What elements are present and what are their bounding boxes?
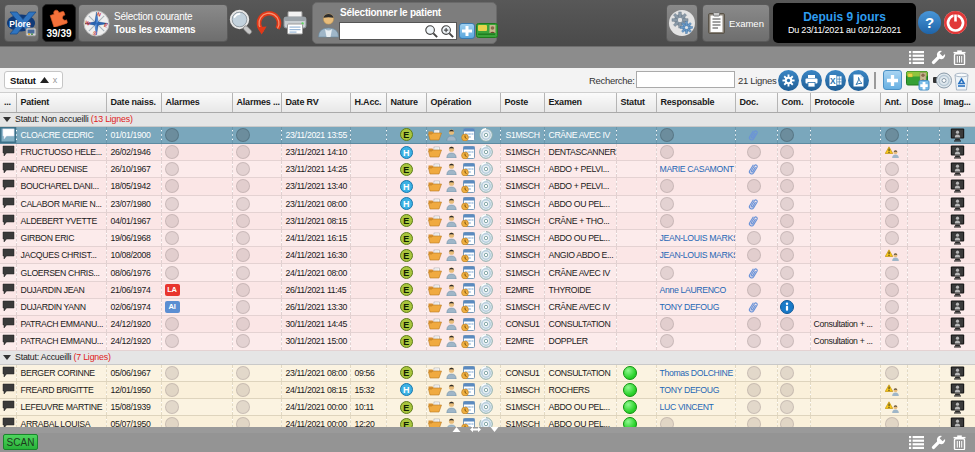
comment-info-button[interactable] xyxy=(780,300,794,314)
document-attachment-button[interactable] xyxy=(747,162,759,176)
burn-cd-button[interactable] xyxy=(479,317,493,331)
chat-cell[interactable] xyxy=(0,126,16,143)
open-folder-button[interactable] xyxy=(428,163,442,175)
patient-search-input[interactable] xyxy=(340,24,424,38)
burn-cd-button[interactable] xyxy=(479,214,493,228)
table-row[interactable]: ALDEBERT YVETTE04/01/196723/11/2021 08:1… xyxy=(0,212,975,229)
table-row[interactable]: FREARD BRIGITTE12/01/195024/11/2021 08:1… xyxy=(0,381,975,398)
schedule-button[interactable] xyxy=(461,249,475,262)
imaging-viewer-button[interactable] xyxy=(950,283,965,297)
open-folder-button[interactable] xyxy=(428,401,442,413)
table-row[interactable]: PATRACH EMMANU...24/12/192030/11/2021 14… xyxy=(0,316,975,333)
patient-record-button[interactable] xyxy=(446,335,457,347)
chat-cell[interactable] xyxy=(0,398,16,415)
imaging-viewer-button[interactable] xyxy=(950,162,965,176)
burn-cd-button[interactable] xyxy=(479,162,493,176)
settings-gears-button[interactable] xyxy=(666,4,698,42)
open-folder-button[interactable] xyxy=(428,418,442,427)
burn-cd-button[interactable] xyxy=(479,266,493,280)
responsable-link[interactable]: JEAN-LOUIS MARKS xyxy=(660,233,736,243)
chat-cell[interactable] xyxy=(0,143,16,160)
print-button[interactable] xyxy=(281,9,309,40)
burn-cd-button[interactable] xyxy=(479,400,493,414)
imaging-viewer-button[interactable] xyxy=(950,383,965,397)
chat-cell[interactable] xyxy=(0,230,16,247)
group-header-row[interactable]: Statut: Accueilli (7 Lignes) xyxy=(0,350,975,364)
imaging-viewer-button[interactable] xyxy=(950,128,965,142)
chat-cell[interactable] xyxy=(0,381,16,398)
patient-record-button[interactable] xyxy=(446,267,457,279)
column-header-opration[interactable]: Opération xyxy=(426,93,500,112)
column-header-hacc[interactable]: H.Acc. xyxy=(350,93,386,112)
imaging-viewer-button[interactable] xyxy=(950,334,965,348)
open-folder-button[interactable] xyxy=(428,267,442,279)
chat-cell[interactable] xyxy=(0,195,16,212)
chat-cell[interactable] xyxy=(0,161,16,178)
responsable-link[interactable]: TONY DEFOUG xyxy=(660,385,720,395)
open-folder-button[interactable] xyxy=(428,301,442,313)
power-off-button[interactable] xyxy=(943,10,968,38)
help-button[interactable]: ? xyxy=(918,11,941,34)
patient-record-button[interactable] xyxy=(446,198,457,210)
responsable-link[interactable]: Thomas DOLCHINE xyxy=(660,368,733,378)
table-row[interactable]: LEFEUVRE MARTINE15/08/193924/11/2021 00:… xyxy=(0,398,975,415)
document-attachment-button[interactable] xyxy=(747,300,759,314)
recycle-bin-button[interactable] xyxy=(953,71,970,94)
responsable-link[interactable]: JEAN-LOUIS MARKS xyxy=(660,250,736,260)
column-header-[interactable]: ... xyxy=(0,93,16,112)
imaging-viewer-button[interactable] xyxy=(950,248,965,262)
table-row[interactable]: FRUCTUOSO HELE...26/02/194623/11/2021 14… xyxy=(0,143,975,160)
schedule-button[interactable] xyxy=(461,214,475,227)
column-header-poste[interactable]: Poste xyxy=(500,93,544,112)
column-header-dose[interactable]: Dose xyxy=(907,93,939,112)
responsable-link[interactable]: TONY DEFOUG xyxy=(660,302,720,312)
imaging-viewer-button[interactable] xyxy=(950,300,965,314)
tools-button-top[interactable] xyxy=(931,50,946,65)
open-folder-button[interactable] xyxy=(428,198,442,210)
patient-search-icon[interactable] xyxy=(424,24,439,39)
chat-cell[interactable] xyxy=(0,333,16,350)
open-folder-button[interactable] xyxy=(428,384,442,396)
patient-record-button[interactable] xyxy=(446,129,457,141)
column-header-doc[interactable]: Doc. xyxy=(735,93,777,112)
schedule-button[interactable] xyxy=(461,318,475,331)
print-grid-button[interactable] xyxy=(801,70,822,91)
add-exam-button[interactable] xyxy=(883,70,902,90)
document-attachment-button[interactable] xyxy=(747,197,759,211)
schedule-button[interactable] xyxy=(461,335,475,348)
scroll-resize-icon[interactable] xyxy=(470,426,481,433)
document-attachment-button[interactable] xyxy=(747,128,759,142)
schedule-button[interactable] xyxy=(461,180,475,193)
table-row[interactable]: CLOACRE CEDRIC01/01/190023/11/2021 13:55… xyxy=(0,126,975,143)
patient-record-button[interactable] xyxy=(446,301,457,313)
column-header-patient[interactable]: Patient xyxy=(16,93,106,112)
imaging-viewer-button[interactable] xyxy=(950,417,965,427)
patient-record-button[interactable] xyxy=(446,401,457,413)
group-header-row[interactable]: Statut: Non accueilli (13 Lignes) xyxy=(0,112,975,126)
burn-cd-button[interactable] xyxy=(479,231,493,245)
table-row[interactable]: GLOERSEN CHRIS...08/06/197624/11/2021 08… xyxy=(0,264,975,281)
period-selector[interactable]: Depuis 9 jours Du 23/11/2021 au 02/12/20… xyxy=(773,3,916,43)
scroll-up-icon[interactable] xyxy=(452,426,461,433)
chat-cell[interactable] xyxy=(0,298,16,315)
burn-cd-button[interactable] xyxy=(479,145,493,159)
document-attachment-button[interactable] xyxy=(747,266,759,280)
xplore-logo-button[interactable]: Plore xyxy=(4,4,39,42)
selection-courante-button[interactable]: N E S W Sélection courante Tous les exam… xyxy=(78,4,228,42)
collapse-triangle-icon[interactable] xyxy=(3,355,11,360)
examen-view-button[interactable]: Examen xyxy=(702,4,770,42)
patient-record-button[interactable] xyxy=(446,367,457,379)
schedule-button[interactable] xyxy=(461,366,475,379)
imaging-viewer-button[interactable] xyxy=(950,214,965,228)
patient-advanced-search-icon[interactable] xyxy=(440,24,455,39)
table-row[interactable]: CALABOR MARIE N...23/07/198023/11/2021 0… xyxy=(0,195,975,212)
schedule-button[interactable] xyxy=(461,197,475,210)
table-row[interactable]: PATRACH EMMANU...24/12/192030/11/2021 15… xyxy=(0,333,975,350)
antecedent-warning-button[interactable] xyxy=(885,384,900,396)
imaging-viewer-button[interactable] xyxy=(950,317,965,331)
patient-record-button[interactable] xyxy=(446,284,457,296)
delete-button-top[interactable] xyxy=(953,50,966,65)
cd-import-button[interactable] xyxy=(933,71,952,93)
carte-vitale-button[interactable] xyxy=(476,23,498,41)
open-folder-button[interactable] xyxy=(428,249,442,261)
